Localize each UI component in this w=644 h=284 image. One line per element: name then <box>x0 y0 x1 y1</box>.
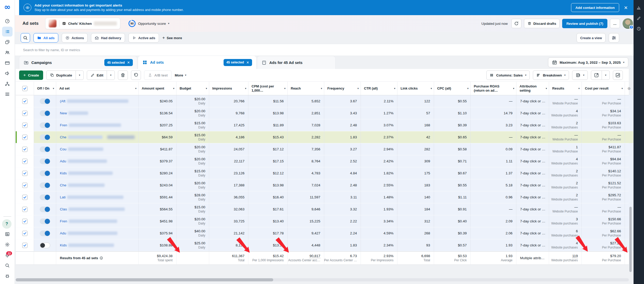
adset-name-link[interactable]: Adu <box>60 159 135 163</box>
adset-name-link[interactable]: Kids <box>60 171 135 175</box>
row-checkbox[interactable] <box>22 123 27 128</box>
sidebar-gauge-icon[interactable] <box>2 16 13 26</box>
clear-selection-icon[interactable]: ✕ <box>246 61 249 64</box>
adset-name-link[interactable]: Che <box>60 135 135 139</box>
adset-toggle[interactable] <box>40 158 50 164</box>
row-checkbox[interactable] <box>22 147 27 152</box>
adset-toggle[interactable] <box>40 98 50 104</box>
sidebar-ads-megaphone-icon[interactable] <box>2 68 13 78</box>
reports-button[interactable]: ▾ <box>572 70 588 80</box>
search-button[interactable] <box>21 33 30 43</box>
sidebar-notifications-bell-icon[interactable]: 22 <box>2 250 13 260</box>
sidebar-report-bug-icon[interactable] <box>2 271 13 281</box>
date-range-picker[interactable]: Maximum: Aug 3, 2022 – Sep 3, 2025▾ <box>548 57 628 67</box>
adset-name-link[interactable]: New <box>60 111 135 115</box>
tab-ads[interactable]: Ads for 45 Ad sets <box>257 56 335 69</box>
opportunity-score[interactable]: 90 Opportunity score ▾ <box>128 20 169 27</box>
clear-selection-icon[interactable]: ✕ <box>127 61 130 64</box>
horizontal-scrollbar-thumb[interactable] <box>16 278 273 281</box>
edit-button[interactable]: Edit <box>87 71 107 80</box>
row-checkbox[interactable] <box>22 231 27 236</box>
adset-toggle[interactable] <box>40 242 50 248</box>
rail-bar-chart-icon[interactable] <box>635 4 642 11</box>
vertical-scrollbar[interactable] <box>629 207 632 272</box>
sidebar-all-tools-menu-icon[interactable] <box>2 89 13 99</box>
adset-toggle[interactable] <box>40 146 50 152</box>
export-caret-button[interactable]: ▾ <box>602 71 609 80</box>
add-contact-information-button[interactable]: Add contact information <box>571 3 619 12</box>
column-header-offon[interactable]: Off / On▾ <box>34 82 56 95</box>
adset-toggle[interactable] <box>40 182 50 188</box>
column-header-attribution[interactable]: Attribution setting▾ <box>516 82 549 95</box>
account-selector[interactable]: Chefs' Kitchen <box>45 18 120 29</box>
adsets-selected-badge[interactable]: 45 selected✕ <box>224 59 252 66</box>
create-button[interactable]: +Create <box>19 70 43 80</box>
adset-name-link[interactable]: (Aft <box>60 99 135 103</box>
sidebar-updates-doc-icon[interactable] <box>2 229 13 239</box>
column-header-results[interactable]: Results▾ <box>549 82 582 95</box>
column-header-clicks[interactable]: Link clicks▾ <box>397 82 434 95</box>
view-settings-button[interactable] <box>609 33 619 43</box>
adset-name-link[interactable]: Clas <box>60 207 135 211</box>
column-header-impressions[interactable]: Impressions▾ <box>209 82 248 95</box>
filter-chip-all-ads[interactable]: All ads <box>33 33 58 43</box>
row-checkbox[interactable] <box>22 207 27 212</box>
sidebar-settings-gear-icon[interactable] <box>2 240 13 250</box>
adset-name-link[interactable]: Lati <box>60 195 135 199</box>
adset-toggle[interactable] <box>40 218 50 224</box>
breakdown-button[interactable]: Breakdown▾ <box>533 70 569 80</box>
row-checkbox[interactable] <box>22 171 27 176</box>
info-icon[interactable] <box>100 256 103 260</box>
column-header-cpm[interactable]: CPM (cost per 1,000…▾ <box>248 82 288 95</box>
rail-clock-icon[interactable] <box>635 25 642 32</box>
column-header-ctr[interactable]: CTR (all)▾ <box>361 82 397 95</box>
adset-name-link[interactable]: Kids <box>60 243 135 247</box>
row-checkbox[interactable] <box>22 111 27 116</box>
column-header-budget[interactable]: Budget▾ <box>176 82 209 95</box>
sidebar-search-global-icon[interactable] <box>2 261 13 270</box>
refresh-button[interactable] <box>511 19 521 28</box>
create-a-view-button[interactable]: Create a view <box>577 33 606 43</box>
search-input[interactable]: Search to filter by name, ID or metrics <box>23 48 80 52</box>
meta-logo-icon[interactable]: ∞ <box>4 3 11 11</box>
select-all-checkbox[interactable] <box>16 82 34 95</box>
row-checkbox[interactable] <box>22 219 27 224</box>
table-search-bar[interactable]: Search to filter by name, ID or metrics <box>15 44 634 56</box>
adset-toggle[interactable] <box>40 194 50 200</box>
export-button[interactable] <box>591 71 602 80</box>
row-checkbox[interactable] <box>22 99 27 104</box>
adset-toggle[interactable] <box>40 170 50 176</box>
column-header-reach[interactable]: Reach▾ <box>288 82 324 95</box>
discard-drafts-button[interactable]: Discard drafts <box>524 19 560 28</box>
adset-name-link[interactable]: Adu <box>60 231 135 235</box>
column-header-cpc[interactable]: CPC (all)▾ <box>434 82 471 95</box>
header-checkbox[interactable] <box>22 86 27 91</box>
adset-toggle[interactable] <box>40 206 50 212</box>
duplicate-caret-button[interactable]: ▾ <box>76 71 83 80</box>
charts-button[interactable] <box>613 70 623 80</box>
filter-chip-had-delivery[interactable]: Had delivery <box>91 33 125 43</box>
adset-name-link[interactable]: Fren <box>60 219 135 223</box>
sidebar-billing-icon[interactable] <box>2 58 13 68</box>
banner-close-icon[interactable]: ✕ <box>624 5 628 10</box>
adset-toggle[interactable] <box>40 134 50 140</box>
more-button[interactable]: More▾ <box>175 73 186 77</box>
adset-name-link[interactable]: Che <box>60 183 135 187</box>
duplicate-button[interactable]: Duplicate <box>47 71 76 80</box>
rail-pencil-icon[interactable] <box>635 15 642 22</box>
sidebar-pages-icon[interactable] <box>2 37 13 47</box>
adset-toggle[interactable] <box>40 122 50 128</box>
column-header-name[interactable]: Ad set▾ <box>56 82 139 95</box>
row-checkbox[interactable] <box>22 195 27 200</box>
undo-button[interactable] <box>131 70 141 80</box>
adset-toggle[interactable] <box>40 230 50 236</box>
delete-button[interactable] <box>118 70 128 80</box>
user-avatar[interactable]: f <box>623 18 633 29</box>
campaigns-selected-badge[interactable]: 45 selected✕ <box>104 59 133 66</box>
adset-name-link[interactable]: Fren <box>60 123 135 127</box>
sidebar-audiences-icon[interactable] <box>2 48 13 57</box>
ab-test-button[interactable]: A/B test <box>144 70 172 80</box>
tab-campaigns[interactable]: Campaigns 45 selected✕ <box>19 56 137 69</box>
sidebar-assets-org-icon[interactable] <box>2 79 13 89</box>
review-and-publish-button[interactable]: Review and publish (7) <box>562 19 607 28</box>
